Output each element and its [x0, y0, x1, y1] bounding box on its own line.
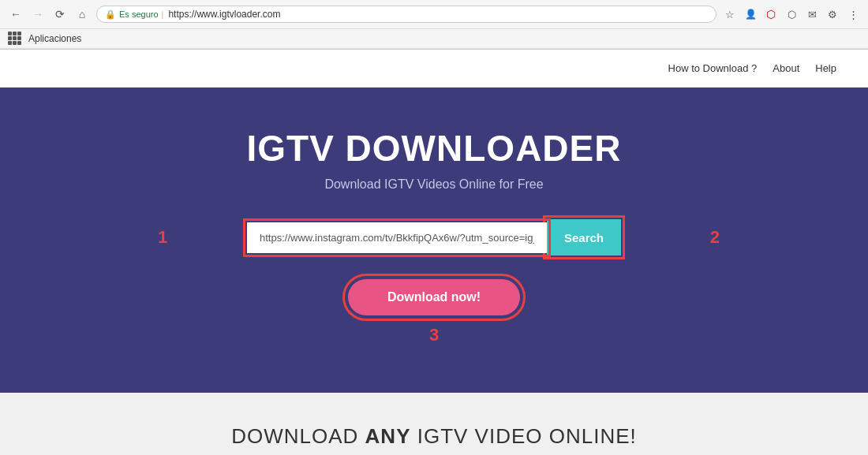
- lower-section: DOWNLOAD ANY IGTV VIDEO ONLINE! You can …: [0, 393, 868, 455]
- home-button[interactable]: ⌂: [73, 5, 92, 24]
- browser-chrome: ← → ⟳ ⌂ 🔒 Es seguro | https://www.igtvlo…: [0, 0, 868, 50]
- nav-about[interactable]: About: [773, 62, 799, 74]
- search-button[interactable]: Search: [547, 219, 621, 255]
- security-indicator: 🔒 Es seguro |: [105, 9, 163, 20]
- download-button[interactable]: Download now!: [348, 279, 520, 315]
- extension-btn3[interactable]: ✉: [803, 6, 821, 23]
- site-nav: How to Download ? About Help: [0, 50, 868, 88]
- lower-title-bold: ANY: [365, 424, 411, 448]
- search-input-wrapper: [247, 222, 547, 253]
- label-3: 3: [429, 325, 439, 345]
- nav-how-to[interactable]: How to Download ?: [668, 62, 758, 74]
- hero-section: IGTV DOWNLOADER Download IGTV Videos Onl…: [0, 88, 868, 393]
- apps-icon[interactable]: [8, 32, 22, 46]
- extension-btn1[interactable]: ⬡: [762, 6, 780, 23]
- download-area: Download now! 3: [16, 279, 852, 345]
- search-area: 1 Search 2: [16, 219, 852, 255]
- lock-icon: 🔒: [105, 9, 116, 20]
- label-1: 1: [158, 227, 167, 248]
- search-input[interactable]: [247, 222, 547, 253]
- apps-label: Aplicaciones: [28, 33, 81, 44]
- address-text: https://www.igtvloader.com: [168, 9, 708, 20]
- forward-button[interactable]: →: [28, 5, 47, 24]
- security-label: Es seguro: [119, 9, 159, 19]
- extension-btn2[interactable]: ⬡: [783, 6, 800, 23]
- account-btn[interactable]: 👤: [742, 6, 759, 23]
- lower-title-part2: IGTV VIDEO ONLINE!: [410, 424, 636, 448]
- browser-actions: ☆ 👤 ⬡ ⬡ ✉ ⚙ ⋮: [721, 6, 862, 23]
- page-wrapper: How to Download ? About Help IGTV DOWNLO…: [0, 50, 868, 455]
- more-btn[interactable]: ⋮: [844, 6, 862, 23]
- nav-help[interactable]: Help: [815, 62, 836, 74]
- reload-button[interactable]: ⟳: [51, 5, 69, 24]
- download-button-wrapper: Download now!: [348, 279, 520, 315]
- nav-buttons: ← → ⟳ ⌂: [6, 5, 92, 24]
- settings-btn[interactable]: ⚙: [824, 6, 841, 23]
- hero-subtitle: Download IGTV Videos Online for Free: [16, 177, 852, 192]
- back-button[interactable]: ←: [6, 5, 25, 24]
- bookmark-btn[interactable]: ☆: [721, 6, 739, 23]
- bookmarks-bar: Aplicaciones: [0, 29, 868, 49]
- search-button-wrapper: Search: [547, 219, 621, 255]
- address-bar[interactable]: 🔒 Es seguro | https://www.igtvloader.com: [96, 6, 716, 23]
- hero-title: IGTV DOWNLOADER: [16, 127, 852, 170]
- browser-toolbar: ← → ⟳ ⌂ 🔒 Es seguro | https://www.igtvlo…: [0, 0, 868, 29]
- label-2: 2: [710, 227, 720, 248]
- lower-title: DOWNLOAD ANY IGTV VIDEO ONLINE!: [16, 424, 852, 449]
- lower-title-part1: DOWNLOAD: [231, 424, 365, 448]
